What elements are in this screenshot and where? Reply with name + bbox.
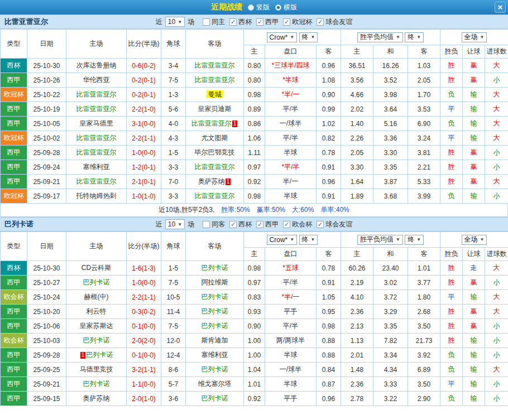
team-name: 阿拉维斯 [202,278,228,286]
team-name-label: 比雷亚雷亚尔 [195,192,235,200]
date-cell: 25-10-30 [27,59,66,73]
away-team-cell: 巴列卡诺 [186,392,244,406]
checkbox-label: 欧冠杯 [292,17,312,27]
team-name: 皇家马德里 [80,119,113,127]
date-cell: 25-09-24 [27,160,66,175]
page-title: 近期战绩 [211,2,242,12]
team-name: CD云科斯 [82,264,111,272]
scope-select[interactable]: 全场▼ [462,32,487,42]
checkbox-icon[interactable]: ✓ [317,221,324,228]
bookmaker-select[interactable]: Crow*▼ [267,32,298,42]
handicap-cell: *半球 [265,73,317,88]
match-row: 西甲25-10-05皇家马德里3-1(0-0)4-0比雷亚雷亚尔10.86一/球… [1,117,508,131]
league-filter-checkbox[interactable]: ✓球会友谊 [317,17,352,27]
team-name: 1巴列卡诺 [80,351,113,359]
avg-away-cell: 5.33 [408,175,440,189]
checkbox-label: 球会友谊 [325,220,352,229]
result-cell: 胜 [440,319,463,334]
corner-cell: 3-3 [161,189,186,204]
away-odds-cell: 0.88 [317,348,341,363]
league-cell: 西甲 [1,377,27,392]
avg-odds-select[interactable]: 胜平负均值▼ [357,235,403,245]
league-filter-checkbox[interactable]: 同主 [203,17,225,27]
league-filter-checkbox[interactable]: ✓西甲 [256,17,279,27]
league-filter-checkbox[interactable]: ✓西甲 [256,220,279,229]
team-name-label: 皇家苏斯达 [80,322,113,330]
goals-cell: 大 [485,305,508,319]
team-name-label: 巴列卡诺 [83,278,110,286]
home-odds-cell: 0.98 [244,189,265,204]
league-filter-checkbox[interactable]: ✓西杯 [229,220,252,229]
team-name: 巴列卡诺 [202,264,228,272]
col-odds-away: 客 [317,248,341,261]
checkbox-icon[interactable]: ✓ [256,221,263,228]
layout-option-horizontal[interactable]: 横版 [275,3,297,12]
final-avg-select[interactable]: 终▼ [405,32,424,42]
layout-option-vertical[interactable]: 竖版 [248,3,270,12]
checkbox-icon[interactable]: ✓ [283,221,290,228]
avg-odds-select[interactable]: 胜平负均值▼ [357,32,403,42]
let-cell: 输 [463,377,485,392]
avg-draw-cell: 3.98 [373,88,408,102]
score-cell: 2-1(0-1) [127,175,161,189]
checkbox-icon[interactable] [203,221,210,228]
let-cell: 赢 [463,146,485,160]
result-cell: 负 [440,363,463,377]
match-tbody-1: 西杯25-10-30CD云科斯1-6(1-3)1-5巴列卡诺0.98*五球0.7… [1,261,508,406]
away-odds-cell: 0.87 [317,377,341,392]
corner-cell: 1-5 [161,146,186,160]
checkbox-label: 西杯 [238,17,252,27]
col-odds-home: 主 [244,248,265,261]
chevron-down-icon: ▼ [480,237,485,242]
score-cell: 1-0(0-0) [127,276,161,290]
select-value: 终 [302,235,309,244]
match-row: 西甲25-09-25马德里竞技3-2(1-1)8-6巴列卡诺1.04一/球半0.… [1,363,508,377]
avg-away-cell: 3.77 [408,276,440,290]
home-odds-cell: 1.00 [244,348,265,363]
scope-select[interactable]: 全场▼ [462,235,487,245]
col-handicap: 盘口 [265,45,317,59]
away-odds-cell: 0.91 [317,189,341,204]
home-team-cell: 托特纳姆热刺 [66,189,127,204]
avg-away-cell: 2.90 [408,392,440,406]
checkbox-icon[interactable]: ✓ [283,18,290,26]
league-cell: 欧冠杯 [1,131,27,146]
final-odds-select[interactable]: 终▼ [299,32,318,42]
close-icon[interactable]: × [495,2,506,13]
result-cell: 负 [440,88,463,102]
checkbox-icon[interactable]: ✓ [229,221,237,228]
league-cell: 欧会杯 [1,334,27,348]
league-filter-checkbox[interactable]: ✓西杯 [229,17,252,27]
games-count-select[interactable]: 10▼ [165,17,185,27]
final-odds-select[interactable]: 终▼ [299,235,318,245]
league-filter-checkbox[interactable]: 同客 [203,220,225,229]
checkbox-icon[interactable]: ✓ [256,18,263,26]
radio-icon[interactable] [248,4,254,11]
league-filter-checkbox[interactable]: ✓球会友谊 [317,220,352,229]
away-team-cell: 比雷亚雷亚尔1 [186,117,244,131]
bookmaker-select[interactable]: Crow*▼ [267,235,298,245]
avg-away-cell: 1.03 [408,59,440,73]
league-filter-checkbox[interactable]: ✓欧会杯 [283,220,312,229]
league-filter-checkbox[interactable]: ✓欧冠杯 [283,17,312,27]
games-count-select[interactable]: 10▼ [165,219,185,229]
team-name-label: 曼城 [207,90,223,98]
home-odds-cell: 0.89 [244,102,265,117]
radio-icon[interactable] [275,4,281,11]
avg-home-cell: 2.01 [341,348,373,363]
corner-cell: 7-5 [161,73,186,88]
goals-cell: 大 [485,131,508,146]
away-team-cell: 阿拉维斯 [186,276,244,290]
checkbox-label: 西杯 [238,220,252,229]
team-name-label: 巴列卡诺 [202,322,228,330]
final-avg-select[interactable]: 终▼ [405,235,424,245]
avg-away-cell: 3.50 [408,319,440,334]
team-name-label: 托特纳姆热刺 [76,192,117,200]
checkbox-icon[interactable] [203,18,210,26]
home-team-cell: 比雷亚雷亚尔 [66,175,127,189]
let-cell: 输 [463,131,485,146]
checkbox-icon[interactable]: ✓ [317,18,324,26]
team-name: 比雷亚雷亚尔1 [191,119,238,127]
checkbox-icon[interactable]: ✓ [229,18,237,26]
avg-draw-cell: 3.33 [373,377,408,392]
